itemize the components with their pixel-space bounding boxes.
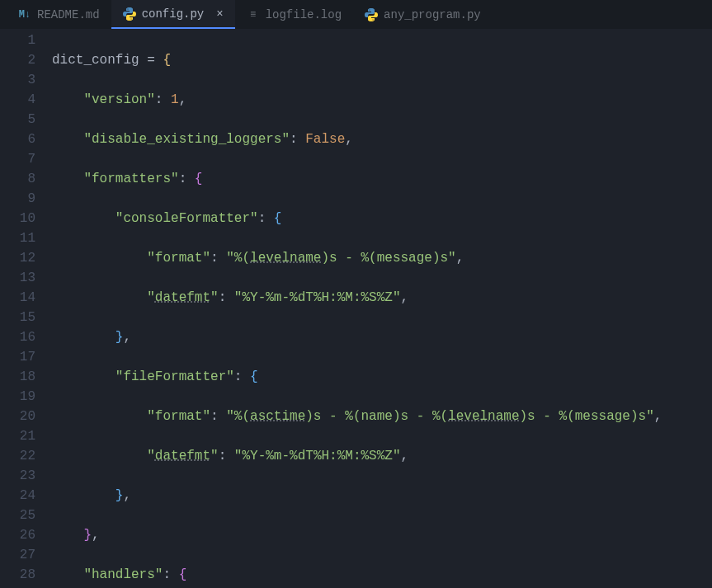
tab-config[interactable]: config.py × [111, 0, 235, 29]
python-icon [123, 7, 136, 21]
editor: 1 2 3 4 5 6 7 8 9 10 11 12 13 14 15 16 1… [0, 29, 712, 588]
line-number: 23 [0, 466, 45, 486]
line-number: 15 [0, 308, 45, 327]
code-line: "handlers": { [52, 565, 712, 585]
line-number: 9 [0, 189, 45, 209]
tab-label: logfile.log [266, 8, 342, 21]
log-icon: ≡ [247, 8, 260, 21]
code-line: "datefmt": "%Y-%m-%dT%H:%M:%S%Z", [52, 288, 712, 308]
line-number: 7 [0, 149, 45, 169]
line-number: 28 [0, 565, 45, 585]
line-number: 14 [0, 288, 45, 308]
line-number: 18 [0, 367, 45, 387]
line-number: 3 [0, 70, 45, 90]
tab-label: config.py [142, 7, 205, 21]
line-number: 4 [0, 90, 45, 110]
code-line: "consoleFormatter": { [52, 209, 712, 228]
line-number: 8 [0, 169, 45, 189]
line-number: 2 [0, 50, 45, 70]
tab-anyprogram[interactable]: any_program.py [353, 0, 493, 29]
tab-label: any_program.py [384, 8, 481, 21]
code-line: "formatters": { [52, 169, 712, 189]
line-number: 10 [0, 209, 45, 228]
code-line: "version": 1, [52, 90, 712, 110]
line-number: 12 [0, 248, 45, 268]
line-number: 6 [0, 129, 45, 149]
line-number: 24 [0, 486, 45, 506]
close-icon[interactable]: × [216, 7, 223, 21]
line-number: 20 [0, 407, 45, 426]
tab-logfile[interactable]: ≡ logfile.log [235, 0, 353, 29]
python-icon [365, 8, 378, 21]
line-number: 27 [0, 545, 45, 565]
code-line: dict_config = { [52, 50, 712, 70]
line-number: 21 [0, 426, 45, 446]
code-line: }, [52, 327, 712, 347]
code-line: "fileFormatter": { [52, 367, 712, 387]
code-line: "disable_existing_loggers": False, [52, 129, 712, 149]
line-number: 13 [0, 268, 45, 288]
line-number: 1 [0, 31, 45, 50]
line-number: 19 [0, 387, 45, 407]
code-line: "datefmt": "%Y-%m-%dT%H:%M:%S%Z", [52, 446, 712, 466]
tab-readme[interactable]: M↓ README.md [7, 0, 111, 29]
line-number: 26 [0, 525, 45, 545]
line-number: 16 [0, 327, 45, 347]
line-gutter: 1 2 3 4 5 6 7 8 9 10 11 12 13 14 15 16 1… [0, 29, 45, 588]
line-number: 22 [0, 446, 45, 466]
code-line: "format": "%(levelname)s - %(message)s", [52, 248, 712, 268]
code-area[interactable]: dict_config = { "version": 1, "disable_e… [45, 29, 712, 588]
code-line: }, [52, 486, 712, 506]
code-line: }, [52, 525, 712, 545]
tab-label: README.md [37, 8, 100, 21]
line-number: 25 [0, 506, 45, 525]
tab-bar: M↓ README.md config.py × ≡ logfile.log a… [0, 0, 712, 29]
code-line: "format": "%(asctime)s - %(name)s - %(le… [52, 407, 712, 426]
line-number: 11 [0, 228, 45, 248]
line-number: 5 [0, 110, 45, 129]
markdown-icon: M↓ [18, 8, 31, 21]
line-number: 17 [0, 347, 45, 367]
